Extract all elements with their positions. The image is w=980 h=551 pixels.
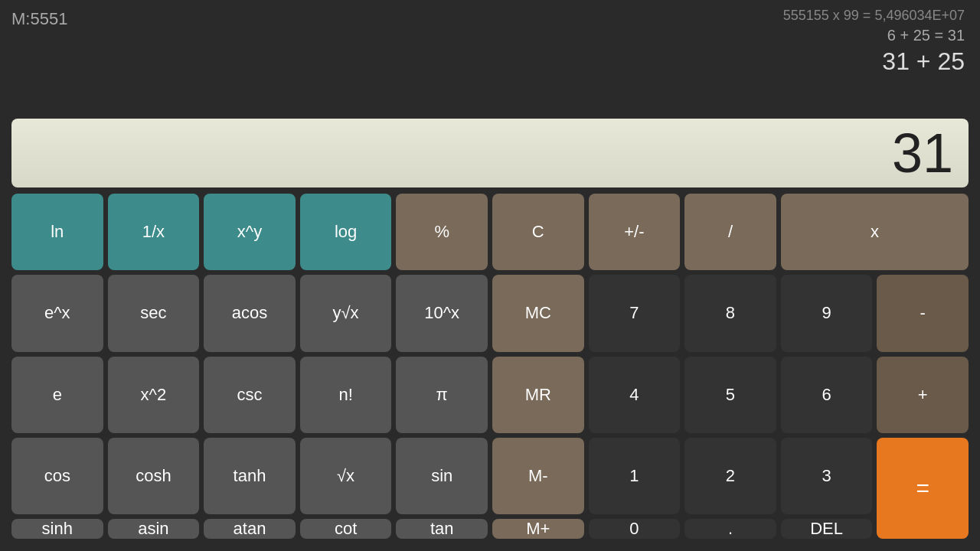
ln-button[interactable]: ln [11, 194, 103, 270]
yrootx-button[interactable]: y√x [300, 275, 392, 351]
xpowy-button[interactable]: x^y [204, 194, 296, 270]
factorial-button[interactable]: n! [300, 357, 392, 433]
sin-button[interactable]: sin [396, 438, 488, 514]
history-line-1: 555155 x 99 = 5,496034E+07 [783, 8, 965, 24]
nine-button[interactable]: 9 [781, 275, 873, 351]
clear-button[interactable]: C [492, 194, 584, 270]
asin-button[interactable]: asin [108, 519, 200, 539]
zero-button[interactable]: 0 [589, 519, 681, 539]
three-button[interactable]: 3 [781, 438, 873, 514]
one-button[interactable]: 1 [589, 438, 681, 514]
plusminus-button[interactable]: +/- [589, 194, 681, 270]
cot-button[interactable]: cot [300, 519, 392, 539]
mr-button[interactable]: MR [492, 357, 584, 433]
memory-display: M:5551 [11, 9, 67, 29]
two-button[interactable]: 2 [684, 438, 776, 514]
divide-button[interactable]: / [684, 194, 776, 270]
sqrt-button[interactable]: √x [300, 438, 392, 514]
tan-button[interactable]: tan [396, 519, 488, 539]
keypad: ln 1/x x^y log % C +/- / x e^x sec acos … [0, 187, 980, 545]
log-button[interactable]: log [300, 194, 392, 270]
epowx-button[interactable]: e^x [11, 275, 103, 351]
tenpowx-button[interactable]: 10^x [396, 275, 488, 351]
cosh-button[interactable]: cosh [108, 438, 200, 514]
inv-button[interactable]: 1/x [108, 194, 200, 270]
multiply-button[interactable]: x [781, 194, 969, 270]
e-button[interactable]: e [11, 357, 103, 433]
cos-button[interactable]: cos [11, 438, 103, 514]
four-button[interactable]: 4 [589, 357, 681, 433]
display: 31 [11, 119, 969, 187]
sinh-button[interactable]: sinh [11, 519, 103, 539]
acos-button[interactable]: acos [204, 275, 296, 351]
eight-button[interactable]: 8 [684, 275, 776, 351]
tanh-button[interactable]: tanh [204, 438, 296, 514]
current-expression: 31 + 25 [783, 47, 965, 76]
csc-button[interactable]: csc [204, 357, 296, 433]
display-value: 31 [892, 122, 953, 184]
atan-button[interactable]: atan [204, 519, 296, 539]
pi-button[interactable]: π [396, 357, 488, 433]
mplus-button[interactable]: M+ [492, 519, 584, 539]
dot-button[interactable]: . [684, 519, 776, 539]
sec-button[interactable]: sec [108, 275, 200, 351]
seven-button[interactable]: 7 [589, 275, 681, 351]
six-button[interactable]: 6 [781, 357, 873, 433]
minus-button[interactable]: - [877, 275, 969, 351]
percent-button[interactable]: % [396, 194, 488, 270]
mc-button[interactable]: MC [492, 275, 584, 351]
del-button[interactable]: DEL [781, 519, 873, 539]
equals-button[interactable]: = [877, 438, 969, 539]
mminus-button[interactable]: M- [492, 438, 584, 514]
xpow2-button[interactable]: x^2 [108, 357, 200, 433]
five-button[interactable]: 5 [684, 357, 776, 433]
plus-button[interactable]: + [877, 357, 969, 433]
history-line-2: 6 + 25 = 31 [783, 27, 965, 44]
